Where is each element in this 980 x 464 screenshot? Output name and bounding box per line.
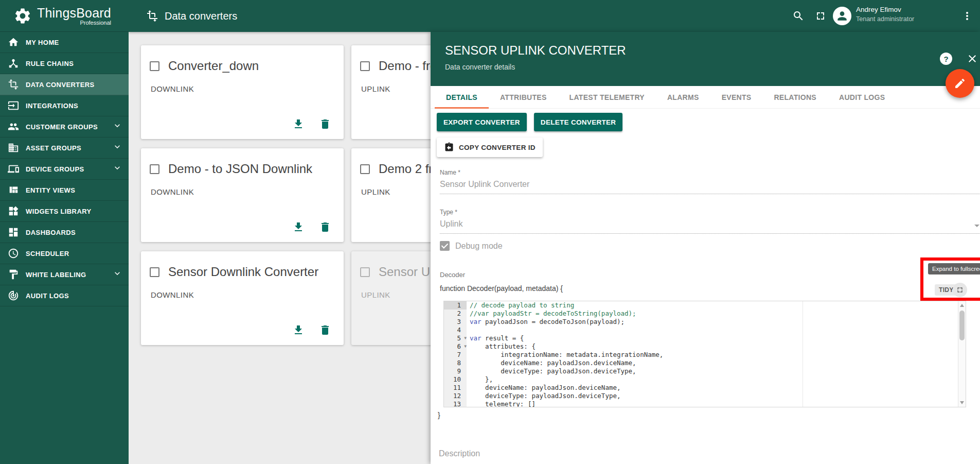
- export-converter-button[interactable]: EXPORT CONVERTER: [437, 113, 527, 131]
- app-root: ThingsBoard Professional MY HOMERULE CHA…: [0, 0, 980, 464]
- line-number: 12: [444, 392, 467, 400]
- editor-print-margin: [803, 301, 803, 407]
- clipboard-return-icon: [444, 142, 454, 152]
- card-select-checkbox[interactable]: [150, 61, 159, 71]
- code-text: deviceType: payloadJson.deviceType,: [467, 392, 621, 400]
- converter-card-title: Demo 2 fr: [379, 162, 433, 176]
- decoder-code-editor[interactable]: 1// decode payload to string2//var paylo…: [443, 301, 966, 407]
- converter-card-title: Demo - fro: [379, 59, 437, 73]
- expand-toggle[interactable]: [112, 121, 122, 133]
- sidebar-item-white-labeling[interactable]: WHITE LABELING: [0, 264, 129, 285]
- code-line: 1// decode payload to string: [444, 301, 966, 310]
- copy-converter-id-label: COPY CONVERTER ID: [459, 144, 536, 151]
- chevron-down-icon: [112, 142, 122, 152]
- search-button[interactable]: [792, 10, 805, 22]
- device-groups-icon: [8, 163, 19, 175]
- code-text: integrationName: metadata.integrationNam…: [467, 351, 663, 359]
- tab-alarms[interactable]: ALARMS: [656, 86, 710, 109]
- description-field[interactable]: Description: [439, 449, 480, 458]
- type-field[interactable]: Type * Uplink: [440, 209, 980, 234]
- more-menu-button[interactable]: [961, 10, 973, 22]
- search-icon: [792, 10, 805, 22]
- entity-views-icon: [8, 184, 19, 196]
- sidebar-item-entity-views[interactable]: ENTITY VIEWS: [0, 180, 129, 201]
- card-select-checkbox[interactable]: [150, 164, 159, 174]
- code-text: attributes: {: [467, 342, 536, 351]
- download-icon: [292, 221, 305, 233]
- card-select-checkbox[interactable]: [360, 267, 370, 277]
- tab-audit-logs[interactable]: AUDIT LOGS: [828, 86, 896, 109]
- panel-title: SENSOR UPLINK CONVERTER: [445, 43, 626, 58]
- card-select-checkbox[interactable]: [150, 267, 159, 277]
- card-head: Sensor Up: [360, 265, 437, 279]
- name-field-label: Name *: [440, 169, 980, 176]
- sidebar-item-label: ENTITY VIEWS: [26, 186, 122, 194]
- card-select-checkbox[interactable]: [360, 61, 370, 71]
- export-converter-icon-button[interactable]: [292, 118, 305, 130]
- tab-events[interactable]: EVENTS: [710, 86, 763, 109]
- sidebar-item-integrations[interactable]: INTEGRATIONS: [0, 95, 129, 116]
- expand-toggle[interactable]: [112, 268, 122, 281]
- sidebar-item-rule-chains[interactable]: RULE CHAINS: [0, 53, 129, 74]
- details-panel: SENSOR UPLINK CONVERTER Data converter d…: [431, 32, 980, 464]
- scrollbar-up-arrow-icon[interactable]: [960, 304, 964, 307]
- card-actions: [292, 221, 331, 233]
- code-line: 9 deviceType: payloadJson.deviceType,: [444, 367, 966, 375]
- code-fold-icon[interactable]: ▼: [464, 342, 467, 351]
- expand-toggle[interactable]: [112, 142, 122, 154]
- close-panel-button[interactable]: [966, 53, 978, 65]
- delete-converter-button[interactable]: DELETE CONVERTER: [534, 113, 623, 131]
- close-icon: [966, 53, 978, 65]
- code-line: 10 },: [444, 375, 966, 384]
- delete-converter-icon-button[interactable]: [319, 118, 331, 130]
- sidebar-item-audit-logs[interactable]: AUDIT LOGS: [0, 285, 129, 306]
- brand-name: ThingsBoard: [37, 6, 111, 20]
- line-number: 7: [444, 351, 467, 359]
- dropdown-caret-icon: [974, 225, 979, 227]
- tab-latest-telemetry[interactable]: LATEST TELEMETRY: [558, 86, 656, 109]
- user-avatar[interactable]: [833, 7, 851, 25]
- brand-edition: Professional: [37, 20, 111, 26]
- asset-groups-icon: [8, 142, 19, 153]
- tab-attributes[interactable]: ATTRIBUTES: [489, 86, 558, 109]
- sidebar-item-device-groups[interactable]: DEVICE GROUPS: [0, 159, 129, 180]
- code-fold-icon[interactable]: ▼: [464, 334, 467, 342]
- card-select-checkbox[interactable]: [360, 164, 370, 174]
- delete-converter-icon-button[interactable]: [319, 324, 331, 336]
- code-line: 8 deviceName: payloadJson.deviceName,: [444, 359, 966, 367]
- converter-card-sensor-downlink-converter[interactable]: Sensor Downlink ConverterDOWNLINK: [141, 251, 344, 345]
- download-icon: [292, 324, 305, 336]
- card-actions: [292, 118, 331, 130]
- tab-relations[interactable]: RELATIONS: [762, 86, 828, 109]
- fullscreen-button[interactable]: [814, 10, 827, 22]
- panel-actions: EXPORT CONVERTER DELETE CONVERTER: [437, 113, 622, 131]
- scrollbar-thumb[interactable]: [959, 311, 965, 340]
- sidebar-item-data-converters[interactable]: DATA CONVERTERS: [0, 74, 129, 95]
- sidebar-item-widgets-library[interactable]: WIDGETS LIBRARY: [0, 201, 129, 222]
- sidebar-item-dashboards[interactable]: DASHBOARDS: [0, 222, 129, 243]
- delete-converter-icon-button[interactable]: [319, 221, 331, 233]
- converter-card-converter-down[interactable]: Converter_downDOWNLINK: [141, 45, 344, 139]
- line-number: 1: [444, 301, 467, 310]
- help-button[interactable]: ?: [940, 53, 952, 65]
- converter-card-demo-to-json-downlink[interactable]: Demo - to JSON DownlinkDOWNLINK: [141, 148, 344, 242]
- card-head: Demo 2 fr: [360, 162, 433, 176]
- sidebar-item-my-home[interactable]: MY HOME: [0, 32, 129, 53]
- code-text: var payloadJson = decodeToJson(payload);: [467, 318, 625, 326]
- export-converter-icon-button[interactable]: [292, 324, 305, 336]
- debug-mode-checkbox[interactable]: [440, 241, 450, 251]
- editor-scrollbar[interactable]: [958, 301, 966, 407]
- tab-details[interactable]: DETAILS: [435, 86, 489, 109]
- customer-groups-icon: [8, 121, 19, 132]
- page-title-wrap: Data converters: [146, 0, 237, 32]
- expand-editor-fullscreen-button[interactable]: [953, 283, 967, 297]
- name-field[interactable]: Name * Sensor Uplink Converter: [440, 169, 980, 194]
- edit-fab-button[interactable]: [946, 69, 974, 98]
- scrollbar-down-arrow-icon[interactable]: [960, 401, 964, 404]
- sidebar-item-asset-groups[interactable]: ASSET GROUPS: [0, 138, 129, 159]
- sidebar-item-customer-groups[interactable]: CUSTOMER GROUPS: [0, 116, 129, 138]
- export-converter-icon-button[interactable]: [292, 221, 305, 233]
- sidebar-item-scheduler[interactable]: SCHEDULER: [0, 243, 129, 264]
- expand-toggle[interactable]: [112, 163, 122, 175]
- copy-converter-id-button[interactable]: COPY CONVERTER ID: [437, 138, 543, 157]
